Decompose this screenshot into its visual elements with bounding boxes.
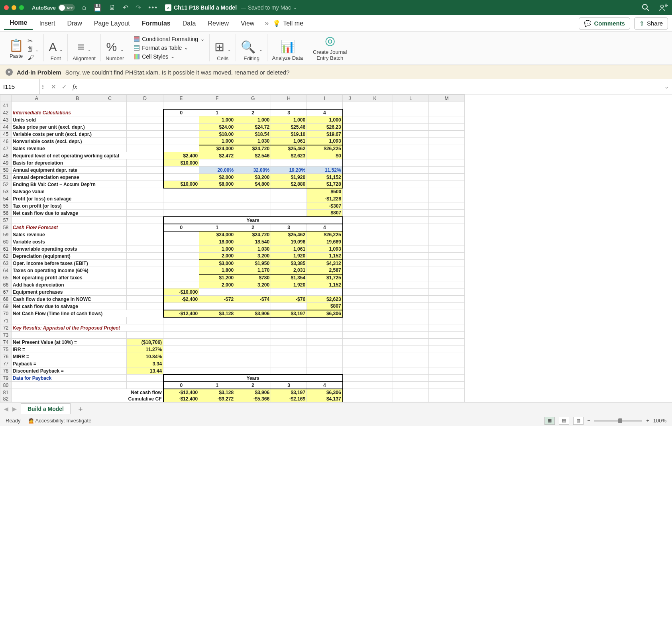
cell-L46[interactable]: [393, 138, 429, 145]
cell-E72[interactable]: [163, 324, 199, 332]
cell-M58[interactable]: [429, 224, 465, 231]
cell-C75[interactable]: [93, 346, 127, 353]
cell-I49[interactable]: [307, 159, 343, 167]
cell-K72[interactable]: [357, 324, 393, 332]
column-header-B[interactable]: B: [62, 95, 93, 102]
cell-J50[interactable]: [343, 167, 357, 174]
cell-J48[interactable]: [343, 152, 357, 159]
cell-F70[interactable]: $3,128: [199, 310, 235, 317]
cell-D71[interactable]: [127, 317, 163, 324]
cell-A54[interactable]: Profit (or loss) on salvage: [12, 195, 93, 202]
cell-I76[interactable]: [307, 353, 343, 360]
cell-H77[interactable]: [271, 360, 307, 367]
cell-A45[interactable]: Variable costs per unit (excl. depr.): [12, 131, 93, 138]
cell-G77[interactable]: [235, 360, 271, 367]
number-icon[interactable]: % ⌄: [106, 41, 124, 53]
cell-G44[interactable]: $24.72: [235, 124, 271, 131]
copy-icon[interactable]: 🗐 ⌄: [28, 46, 39, 53]
cell-K64[interactable]: [357, 267, 393, 274]
cell-L45[interactable]: [393, 131, 429, 138]
cell-E78[interactable]: [163, 367, 199, 375]
cell-H76[interactable]: [271, 353, 307, 360]
cell-D44[interactable]: [127, 124, 163, 131]
cell-E50[interactable]: [163, 167, 199, 174]
cell-A81[interactable]: [12, 389, 62, 396]
cell-I62[interactable]: 1,152: [307, 253, 343, 260]
zoom-in-button[interactable]: +: [646, 418, 649, 424]
cell-G58[interactable]: 2: [235, 224, 271, 231]
cell-I71[interactable]: [307, 317, 343, 324]
cell-E43[interactable]: [163, 116, 199, 124]
cells-icon[interactable]: ⊞ ⌄: [214, 41, 231, 53]
row-header-42[interactable]: 42: [0, 109, 12, 116]
cell-L51[interactable]: [393, 174, 429, 181]
cell-F49[interactable]: [199, 159, 235, 167]
cell-K77[interactable]: [357, 360, 393, 367]
cell-C43[interactable]: [93, 116, 127, 124]
cell-F56[interactable]: [199, 210, 235, 217]
cell-H43[interactable]: 1,000: [271, 116, 307, 124]
cell-F42[interactable]: 1: [199, 109, 235, 116]
cell-D53[interactable]: [127, 188, 163, 195]
alignment-icon[interactable]: ≡ ⌄: [77, 41, 91, 53]
cell-A51[interactable]: Annual depreciation expense: [12, 174, 93, 181]
more-icon[interactable]: •••: [148, 4, 158, 12]
zoom-out-button[interactable]: −: [588, 418, 591, 424]
cell-A78[interactable]: Discounted Payback =: [12, 367, 93, 375]
row-header-59[interactable]: 59: [0, 231, 12, 238]
cell-J67[interactable]: [343, 289, 357, 296]
cell-M44[interactable]: [429, 124, 465, 131]
column-header-J[interactable]: J: [343, 95, 357, 102]
cell-G52[interactable]: $4,800: [235, 181, 271, 188]
cell-E79[interactable]: Years: [163, 375, 343, 382]
cell-J45[interactable]: [343, 131, 357, 138]
cell-L49[interactable]: [393, 159, 429, 167]
cell-F68[interactable]: -$72: [199, 296, 235, 303]
cell-G82[interactable]: -$5,366: [235, 396, 271, 402]
cell-I77[interactable]: [307, 360, 343, 367]
cell-E68[interactable]: -$2,400: [163, 296, 199, 303]
cell-K57[interactable]: [357, 217, 393, 224]
analyze-data-icon[interactable]: 📊: [280, 41, 295, 53]
cell-B81[interactable]: [62, 389, 93, 396]
cell-L80[interactable]: [393, 382, 429, 389]
cell-H62[interactable]: 1,920: [271, 253, 307, 260]
cell-G68[interactable]: -$74: [235, 296, 271, 303]
cell-H46[interactable]: 1,061: [271, 138, 307, 145]
cell-G46[interactable]: 1,030: [235, 138, 271, 145]
cell-D49[interactable]: [127, 159, 163, 167]
cell-L54[interactable]: [393, 195, 429, 202]
row-header-50[interactable]: 50: [0, 167, 12, 174]
cell-D45[interactable]: [127, 131, 163, 138]
tab-draw[interactable]: Draw: [61, 18, 87, 29]
cell-E80[interactable]: 0: [163, 382, 199, 389]
row-header-70[interactable]: 70: [0, 310, 12, 317]
autosave-toggle[interactable]: OFF: [58, 4, 75, 11]
cell-E67[interactable]: -$10,000: [163, 289, 199, 296]
cell-K66[interactable]: [357, 281, 393, 289]
cell-F82[interactable]: -$9,272: [199, 396, 235, 402]
cell-F41[interactable]: [199, 102, 235, 109]
row-header-68[interactable]: 68: [0, 296, 12, 303]
cell-B41[interactable]: [62, 102, 93, 109]
cell-D64[interactable]: [127, 267, 163, 274]
cell-K56[interactable]: [357, 210, 393, 217]
cell-M81[interactable]: [429, 389, 465, 396]
cell-I75[interactable]: [307, 346, 343, 353]
cell-I41[interactable]: [307, 102, 343, 109]
cell-J77[interactable]: [343, 360, 357, 367]
cell-F76[interactable]: [199, 353, 235, 360]
cell-M49[interactable]: [429, 159, 465, 167]
cell-D55[interactable]: [127, 202, 163, 210]
cell-L81[interactable]: [393, 389, 429, 396]
cell-D59[interactable]: [127, 231, 163, 238]
cell-G81[interactable]: $3,906: [235, 389, 271, 396]
cell-I42[interactable]: 4: [307, 109, 343, 116]
cell-F47[interactable]: $24,000: [199, 145, 235, 152]
name-box-stepper[interactable]: ▲▼: [40, 79, 46, 94]
cell-F78[interactable]: [199, 367, 235, 375]
cell-C78[interactable]: [93, 367, 127, 375]
cell-M53[interactable]: [429, 188, 465, 195]
row-header-55[interactable]: 55: [0, 202, 12, 210]
cell-I81[interactable]: $6,306: [307, 389, 343, 396]
